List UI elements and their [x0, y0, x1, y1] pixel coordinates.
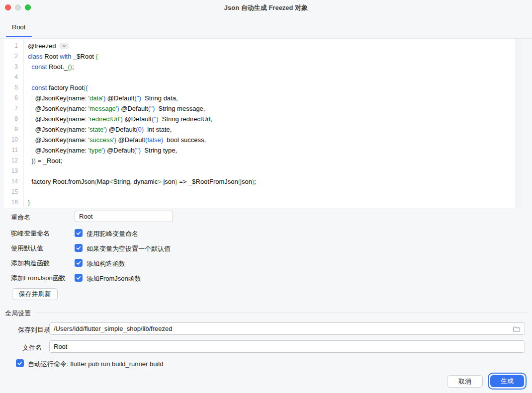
save-dir-label: 保存到目录 — [18, 325, 50, 334]
code-line[interactable] — [28, 72, 513, 82]
code-line[interactable]: @JsonKey(name: 'success') @Default(false… — [28, 135, 513, 145]
save-dir-input[interactable]: /Users/ldd/flutter_simple_shop/lib/freez… — [49, 322, 525, 335]
generate-button[interactable]: 生成 — [490, 375, 524, 387]
code-line[interactable]: const Root._(); — [28, 62, 513, 72]
file-name-value: Root — [54, 343, 67, 350]
code-line[interactable]: const factory Root({ — [28, 82, 513, 93]
rename-label: 重命名 — [11, 213, 30, 222]
file-name-label: 文件名 — [22, 343, 42, 352]
rename-input[interactable]: Root — [75, 211, 173, 222]
code-line[interactable]: @JsonKey(name: 'type') @Default('') Stri… — [28, 145, 513, 156]
default-checkbox[interactable] — [75, 244, 83, 252]
tab-active-underline — [6, 36, 32, 37]
code-line[interactable]: factory Root.fromJson(Map<String, dynami… — [28, 176, 513, 187]
fromjson-checkbox[interactable] — [75, 274, 83, 282]
window-title: Json 自动生成 Freezed 对象 — [0, 3, 532, 12]
titlebar: Json 自动生成 Freezed 对象 — [0, 0, 532, 14]
line-number: 8 — [4, 114, 23, 124]
chevron-down-icon[interactable] — [60, 43, 69, 49]
code-lines: @freezedclass Root with _$Root { const R… — [28, 41, 513, 208]
code-line[interactable]: @JsonKey(name: 'message') @Default('') S… — [28, 103, 513, 114]
global-settings-title: 全局设置 — [5, 309, 31, 318]
line-number: 2 — [4, 51, 23, 62]
line-number: 11 — [4, 145, 23, 156]
fromjson-checkbox-label[interactable]: 添加FromJson函数 — [87, 274, 141, 283]
line-number: 15 — [4, 187, 23, 197]
line-number: 14 — [4, 176, 23, 187]
code-line[interactable] — [28, 166, 513, 176]
gutter-numbers: 12345678910111213141516 — [4, 41, 23, 208]
line-number: 6 — [4, 93, 23, 103]
line-number: 16 — [4, 197, 23, 208]
check-icon — [76, 230, 82, 236]
line-number: 13 — [4, 166, 23, 176]
camel-checkbox-label[interactable]: 使用驼峰变量命名 — [87, 230, 138, 238]
rename-value: Root — [79, 213, 92, 220]
editor-scrollbar-track[interactable] — [515, 39, 522, 208]
generate-button-focus-ring: 生成 — [488, 373, 527, 390]
check-icon — [17, 360, 23, 366]
code-line[interactable]: }) = _Root; — [28, 156, 513, 166]
constructor-checkbox[interactable] — [75, 259, 83, 267]
check-icon — [76, 260, 82, 266]
check-icon — [76, 245, 82, 251]
auto-run-checkbox[interactable] — [16, 359, 24, 367]
camel-checkbox[interactable] — [75, 229, 83, 237]
auto-run-label[interactable]: 自动运行命令: flutter pub run build_runner bui… — [28, 360, 163, 369]
code-line[interactable]: } — [28, 197, 513, 208]
gutter-separator — [23, 39, 24, 208]
constructor-checkbox-label[interactable]: 添加构造函数 — [87, 259, 125, 268]
code-line[interactable]: @JsonKey(name: 'state') @Default(0) int … — [28, 124, 513, 135]
constructor-label: 添加构造函数 — [11, 259, 50, 268]
tab-root[interactable]: Root — [12, 23, 25, 31]
save-dir-value: /Users/ldd/flutter_simple_shop/lib/freez… — [54, 325, 172, 332]
line-number: 3 — [4, 62, 23, 72]
folder-icon[interactable] — [513, 325, 521, 332]
default-checkbox-label[interactable]: 如果变量为空设置一个默认值 — [87, 244, 171, 253]
line-number: 5 — [4, 82, 23, 93]
line-number: 1 — [4, 41, 23, 51]
line-number: 10 — [4, 135, 23, 145]
code-line[interactable]: @JsonKey(name: 'data') @Default('') Stri… — [28, 93, 513, 103]
code-editor[interactable]: 12345678910111213141516 @freezedclass Ro… — [4, 39, 515, 208]
code-line[interactable]: class Root with _$Root { — [28, 51, 513, 62]
file-name-input[interactable]: Root — [49, 340, 525, 353]
code-line[interactable]: @freezed — [28, 41, 513, 51]
line-number: 7 — [4, 103, 23, 114]
default-label: 使用默认值 — [11, 244, 43, 253]
cancel-button[interactable]: 取消 — [447, 375, 483, 388]
fromjson-label: 添加FromJson函数 — [11, 274, 66, 283]
line-number: 9 — [4, 124, 23, 135]
line-number: 12 — [4, 156, 23, 166]
section-divider — [35, 313, 528, 313]
code-line[interactable]: @JsonKey(name: 'redirectUrl') @Default('… — [28, 114, 513, 124]
check-icon — [76, 275, 82, 281]
code-line[interactable] — [28, 187, 513, 197]
save-refresh-button[interactable]: 保存并刷新 — [12, 288, 58, 300]
line-number: 4 — [4, 72, 23, 82]
camel-label: 驼峰变量命名 — [11, 229, 50, 238]
